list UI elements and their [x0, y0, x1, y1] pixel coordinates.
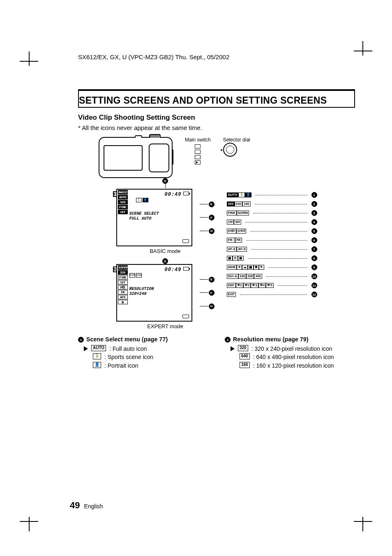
crop-mark	[20, 47, 46, 66]
reference-row: FR↓FR6	[227, 236, 317, 245]
reference-number-icon: 8	[311, 255, 317, 261]
basic-tab-letter: E	[113, 191, 117, 197]
reference-row: 15f30f4	[227, 218, 317, 227]
mode-badge: 15f	[118, 210, 128, 214]
reference-icon: 👁3	[251, 283, 258, 288]
battery-icon	[182, 315, 189, 318]
reference-number-icon: 2	[311, 201, 317, 207]
reference-icon: 🏃	[238, 192, 245, 197]
reference-icon: ✺	[254, 265, 259, 270]
menu-item-icon: AUTO	[91, 345, 106, 351]
reference-row: AF-SAF-S7	[227, 245, 317, 254]
menu-2-heading: Resolution menu (page 79)	[233, 336, 309, 343]
reference-number-icon: 3	[311, 210, 317, 216]
cursor-icon	[231, 346, 235, 351]
reference-icon: 640	[235, 202, 242, 206]
page-number: 49	[70, 500, 80, 510]
camera-illustration	[99, 137, 173, 178]
expert-time: 00:49	[164, 267, 181, 273]
reference-row: AUTO🏃👤1	[227, 190, 317, 199]
callout-16-icon: F	[209, 215, 214, 220]
menu-item: 160: 160 x 120-pixel resolution icon	[240, 362, 355, 369]
reference-number-icon: 10	[311, 273, 317, 279]
selector-dial-icon	[223, 143, 237, 157]
basic-row-icons: 🏃 👤	[129, 198, 148, 202]
subheading: Video Clip Shooting Setting Screen	[78, 114, 355, 122]
reference-icon: ✎	[259, 265, 264, 270]
resolution-option-icon: 640	[129, 273, 135, 278]
callout-15b-icon: E	[209, 277, 214, 283]
basic-caption: BASIC mode	[150, 248, 180, 254]
reference-number-icon: 9	[311, 264, 317, 270]
mode-badge: 320	[118, 200, 128, 204]
reference-number-icon: 1	[311, 192, 317, 198]
menu-item-icon: 160	[240, 362, 250, 368]
mode-badge: 320	[118, 270, 128, 275]
menu-item: AUTO: Full auto icon	[84, 345, 208, 352]
mode-badge: FINE	[118, 205, 128, 209]
reference-icon: ☁	[242, 265, 248, 270]
reference-number-icon: 4	[311, 219, 317, 225]
mode-badge: FINE	[118, 275, 128, 280]
menu-1-number-icon: 1	[78, 337, 84, 343]
reference-number-icon: 12	[311, 292, 317, 297]
mode-badge: D䂠	[118, 285, 128, 290]
callout-17-icon: G	[209, 228, 214, 234]
callout-16b-icon: F	[209, 290, 214, 296]
reference-icon: DEF	[227, 283, 236, 288]
menu-2-number-icon: 2	[225, 337, 231, 343]
basic-time: 00:49	[164, 192, 181, 197]
menu-item-text: : 640 x 480-pixel resolution icon	[253, 353, 334, 361]
callout-14b-icon: D	[162, 258, 168, 264]
menu-item-icon: 🏃	[93, 353, 101, 359]
reference-icon: FR↓	[227, 238, 235, 243]
mode-badge: AUTO	[118, 195, 128, 199]
reference-icon: 30f	[234, 220, 241, 225]
expert-caption: EXPERT mode	[147, 323, 183, 329]
basic-line1: SCENE SELECT	[129, 211, 159, 216]
menu-item: 320: 320 x 240-pixel resolution icon	[231, 345, 355, 352]
menu-item-text: : Sports scene icon	[104, 353, 153, 361]
reference-row: 3206401602	[227, 199, 317, 208]
main-switch-label: Main switch	[185, 137, 211, 143]
reference-icon: ▦	[227, 256, 233, 261]
resolution-option-icon: 160	[136, 273, 142, 278]
reference-icon: AF-S	[237, 247, 247, 252]
main-switch-icon	[185, 144, 211, 164]
crop-mark	[346, 37, 372, 56]
reference-row: ▦⊙▣8	[227, 254, 317, 263]
expert-mode-screen: B EXPERT320FINE15fD䂠FRAFS▦ 640160 00:49 …	[116, 264, 192, 322]
menu-item-icon: 👤	[93, 362, 101, 368]
menu-item: 🏃: Sports scene icon	[93, 353, 208, 361]
menu-item: 👤: Portrait icon	[93, 362, 208, 369]
reference-icon: 👁2	[243, 283, 251, 288]
cursor-icon	[84, 346, 88, 351]
page-footer: 49 English	[70, 500, 103, 511]
expert-line2: 320×240	[129, 292, 154, 297]
reference-icon: 👁4	[258, 283, 266, 288]
reference-number-icon: 5	[311, 228, 317, 234]
reference-icon: ISO-A	[227, 274, 238, 279]
reference-row: DEF👁1👁2👁3👁4👁511	[227, 281, 317, 290]
callout-15-icon: E	[209, 202, 214, 207]
rec-media-icon	[183, 192, 189, 195]
rec-media-icon	[183, 267, 189, 271]
menu-item-icon: 320	[238, 345, 248, 351]
basic-line2: FULL AUTO	[129, 216, 159, 221]
menu-item-text: : Full auto icon	[109, 345, 147, 352]
callout-17b-icon: G	[209, 303, 214, 309]
scene-select-menu: 1Scene Select menu (page 77) AUTO: Full …	[78, 336, 208, 370]
menu-item: 640: 640 x 480-pixel resolution icon	[240, 353, 355, 361]
basic-mode-screen: E BASICAUTO320FINE15f 🏃 👤 00:49 SCENE SE…	[116, 189, 192, 246]
mode-badge: FR	[118, 290, 128, 294]
reference-icon: Dᐊᐊ	[236, 229, 246, 234]
reference-row: ISO-A10020040010	[227, 272, 317, 281]
reference-row: AWB☀☁▦✺✎9	[227, 263, 317, 272]
section-title: SETTING SCREENS AND OPTION SETTING SCREE…	[79, 95, 354, 106]
reference-icon: NORM	[237, 211, 249, 215]
mode-badge: 15f	[118, 280, 128, 285]
expert-line1: RESOLUTION	[129, 287, 154, 292]
reference-icon: FR	[235, 238, 242, 243]
reference-row: EXP12	[227, 290, 317, 299]
menu-item-icon: 640	[240, 353, 250, 359]
